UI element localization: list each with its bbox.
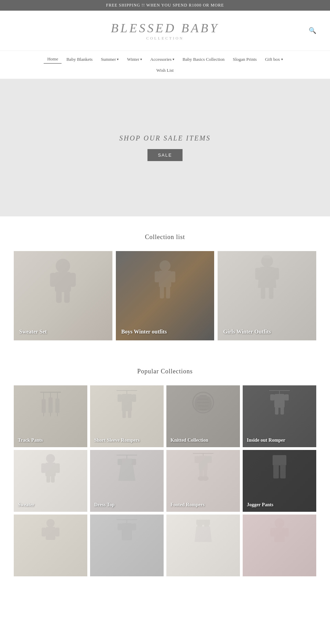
popular-item-short-sleeve-rompers[interactable]: Short Sleeve Rompers <box>90 385 164 447</box>
svg-rect-58 <box>195 456 199 463</box>
svg-rect-11 <box>166 286 170 298</box>
decorative-romper2 <box>267 389 292 416</box>
popular-item-extra2[interactable] <box>90 515 164 576</box>
svg-rect-46 <box>45 463 56 476</box>
nav-baby-basics[interactable]: Baby Basics Collection <box>179 55 228 64</box>
svg-rect-77 <box>197 524 202 527</box>
svg-rect-70 <box>55 528 59 536</box>
popular-label: Jogger Pants <box>247 502 273 508</box>
popular-label: Sweater <box>18 502 34 508</box>
nav-accessories[interactable]: Accessories ▾ <box>147 55 178 64</box>
decorative-extra2 <box>115 518 139 545</box>
svg-rect-15 <box>261 287 265 299</box>
popular-label: Track Pants <box>18 438 43 443</box>
svg-rect-2 <box>50 273 56 287</box>
popular-item-extra1[interactable] <box>14 515 87 576</box>
popular-item-footed-rompers[interactable]: Footed Rompers <box>166 450 240 512</box>
svg-rect-81 <box>270 528 275 536</box>
collection-label: Sweater Set <box>19 329 47 335</box>
svg-rect-9 <box>171 271 175 282</box>
decorative-romper <box>115 389 139 420</box>
svg-rect-78 <box>204 524 209 527</box>
nav-gift-box[interactable]: Gift box ▾ <box>262 55 286 64</box>
collection-label: Boys Winter outfits <box>121 329 167 335</box>
svg-rect-13 <box>255 268 260 280</box>
svg-rect-14 <box>274 268 279 280</box>
svg-rect-30 <box>122 410 126 418</box>
collection-grid: Sweater Set Boys Winter outfits <box>14 251 316 340</box>
logo[interactable]: BLESSED BABY COLLECTION <box>111 21 219 40</box>
svg-rect-43 <box>275 407 278 415</box>
decorative-baby2 <box>37 453 64 484</box>
header: BLESSED BABY COLLECTION 🔍 <box>0 11 330 50</box>
svg-rect-10 <box>160 286 164 298</box>
nav-baby-blankets[interactable]: Baby Blankets <box>63 55 96 64</box>
hero-section: SHOP OUR SALE ITEMS SALE <box>0 79 330 216</box>
svg-rect-64 <box>273 455 286 465</box>
popular-item-extra3[interactable] <box>166 515 240 576</box>
svg-rect-16 <box>269 287 273 299</box>
decorative-clothes-rack <box>37 389 64 420</box>
decorative-dress <box>115 453 139 484</box>
decorative-extra4 <box>267 518 292 545</box>
collection-item-boys-winter[interactable]: Boys Winter outfits <box>116 251 214 340</box>
svg-rect-41 <box>270 394 274 400</box>
popular-item-extra4[interactable] <box>243 515 316 576</box>
popular-label: Dress Top <box>94 502 114 508</box>
svg-rect-47 <box>41 463 46 473</box>
popular-label: Inside out Romper <box>247 438 285 443</box>
chevron-down-icon: ▾ <box>140 57 142 61</box>
svg-rect-73 <box>122 523 132 540</box>
svg-rect-7 <box>159 271 171 287</box>
svg-rect-1 <box>55 272 71 292</box>
popular-item-inside-out-romper[interactable]: Inside out Romper <box>243 385 316 447</box>
nav-home[interactable]: Home <box>44 55 62 64</box>
svg-rect-49 <box>46 476 50 483</box>
nav-summer[interactable]: Summer ▾ <box>97 55 122 64</box>
navigation: Home Baby Blankets Summer ▾ Winter ▾ Acc… <box>0 50 330 79</box>
brand-name: BLESSED BABY <box>111 21 219 35</box>
svg-point-63 <box>202 476 209 481</box>
chevron-down-icon: ▾ <box>281 57 283 61</box>
svg-rect-74 <box>118 523 122 530</box>
popular-item-track-pants[interactable]: Track Pants <box>14 385 87 447</box>
popular-section-title: Popular Collections <box>14 368 316 375</box>
svg-rect-44 <box>280 407 284 415</box>
nav-slogan-prints[interactable]: Slogan Prints <box>229 55 260 64</box>
svg-rect-31 <box>128 410 131 418</box>
collection-section: Collection list Sweater Set <box>0 216 330 351</box>
popular-item-dress-top[interactable]: Dress Top <box>90 450 164 512</box>
sale-button[interactable]: SALE <box>147 149 182 161</box>
svg-point-79 <box>275 518 284 528</box>
svg-rect-24 <box>55 398 59 413</box>
svg-rect-29 <box>132 394 136 402</box>
nav-wish-list[interactable]: Wish List <box>153 66 177 75</box>
svg-rect-22 <box>42 399 46 413</box>
popular-item-sweater[interactable]: Sweater <box>14 450 87 512</box>
popular-item-knitted-collection[interactable]: Knitted Collection <box>166 385 240 447</box>
svg-rect-82 <box>284 528 289 536</box>
popular-item-jogger-pants[interactable]: Jogger Pants <box>243 450 316 512</box>
svg-rect-3 <box>70 273 76 287</box>
hero-title: SHOP OUR SALE ITEMS <box>119 134 211 142</box>
collection-item-girls-winter[interactable]: Girls Winter Outfits <box>218 251 316 340</box>
nav-winter[interactable]: Winter ▾ <box>123 55 145 64</box>
decorative-boy <box>148 258 182 303</box>
decorative-girl <box>248 255 286 303</box>
svg-rect-57 <box>199 456 208 470</box>
search-icon[interactable]: 🔍 <box>309 27 316 34</box>
svg-point-0 <box>56 259 70 273</box>
popular-label: Knitted Collection <box>170 438 208 443</box>
svg-rect-23 <box>48 397 53 413</box>
svg-rect-59 <box>207 456 212 463</box>
collection-section-title: Collection list <box>14 234 316 241</box>
collection-item-sweater-set[interactable]: Sweater Set <box>14 251 112 340</box>
svg-rect-54 <box>132 459 136 465</box>
nav-row-2: Wish List <box>7 65 323 75</box>
collection-label: Girls Winter Outfits <box>223 329 271 335</box>
brand-subtitle: COLLECTION <box>111 36 219 40</box>
chevron-down-icon: ▾ <box>117 57 119 61</box>
svg-rect-28 <box>118 394 122 402</box>
svg-rect-42 <box>285 394 289 400</box>
svg-rect-65 <box>273 465 279 478</box>
